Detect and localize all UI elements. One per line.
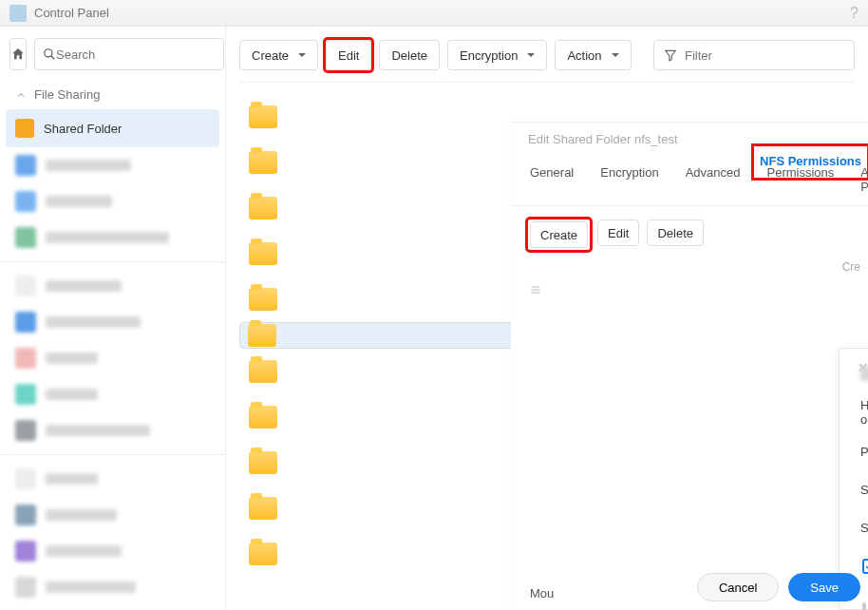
- app-icon: [9, 5, 27, 22]
- folder-icon: [249, 197, 277, 219]
- folder-icon: [249, 242, 277, 265]
- home-button[interactable]: [9, 38, 27, 70]
- edit-panel: Edit Shared Folder nfs_test General Encr…: [511, 122, 868, 610]
- section-header[interactable]: File Sharing: [0, 80, 225, 109]
- shared-folder-icon: [15, 119, 34, 138]
- chevron-up-icon: [15, 89, 27, 101]
- sidebar-item-blur[interactable]: [0, 183, 225, 219]
- folder-icon: [249, 105, 277, 128]
- mount-label: Mou: [530, 586, 554, 600]
- search-input[interactable]: [56, 48, 216, 62]
- tab-general[interactable]: General: [528, 156, 576, 205]
- tabs: General Encryption Advanced Permissions …: [511, 156, 868, 206]
- highlight-nfs-tab: NFS Permissions: [751, 154, 868, 168]
- sidebar-item-shared-folder[interactable]: Shared Folder: [6, 109, 219, 147]
- app-title: Control Panel: [34, 6, 109, 20]
- folder-icon: [249, 151, 277, 174]
- checkbox-nonpriv[interactable]: [862, 602, 866, 611]
- cre-hint: Cre: [842, 260, 860, 274]
- folder-icon: [249, 451, 277, 474]
- content-area: Create Edit Delete Encryption Action: [226, 27, 868, 610]
- tab-advanced[interactable]: Advanced: [684, 156, 743, 205]
- edit-button[interactable]: Edit: [326, 40, 371, 70]
- cancel-button[interactable]: Cancel: [697, 573, 779, 601]
- nfs-create-button[interactable]: Create: [530, 221, 588, 248]
- tab-encryption[interactable]: Encryption: [598, 156, 660, 205]
- svg-marker-2: [666, 50, 676, 61]
- action-button[interactable]: Action: [555, 40, 631, 70]
- sidebar-item-label: Shared Folder: [44, 122, 122, 136]
- highlight-edit: Edit: [326, 40, 371, 70]
- folder-icon: [249, 543, 277, 565]
- encryption-button[interactable]: Encryption: [447, 40, 547, 70]
- search-icon: [43, 48, 56, 61]
- checkbox-async[interactable]: [862, 559, 868, 574]
- folder-icon: [248, 324, 276, 347]
- sidebar-item-blur[interactable]: [0, 533, 225, 569]
- nfs-rule-modal: × Hostname or IP: i Privilege: Read/Writ…: [839, 348, 868, 610]
- save-button[interactable]: Save: [788, 573, 860, 601]
- titlebar: Control Panel ?: [0, 0, 868, 27]
- drag-handle-icon[interactable]: [530, 284, 549, 295]
- label-squash: Squash:: [860, 483, 868, 497]
- filter-icon: [664, 48, 677, 62]
- tab-nfs-permissions[interactable]: NFS Permissions: [760, 154, 861, 168]
- svg-point-0: [45, 49, 52, 57]
- sidebar: File Sharing Shared Folder: [0, 27, 226, 610]
- svg-line-1: [51, 56, 55, 60]
- nfs-delete-button[interactable]: Delete: [647, 219, 704, 246]
- folder-icon: [249, 406, 277, 429]
- sidebar-item-blur[interactable]: [0, 304, 225, 340]
- panel-toolbar: Create Edit Delete: [511, 206, 868, 254]
- label-security: Security:: [860, 521, 868, 535]
- create-button[interactable]: Create: [239, 40, 318, 70]
- folder-icon: [249, 497, 277, 520]
- sidebar-item-blur[interactable]: [0, 497, 225, 533]
- help-icon[interactable]: ?: [850, 5, 859, 22]
- section-label: File Sharing: [34, 87, 100, 102]
- filter-input[interactable]: [685, 48, 844, 63]
- nfs-edit-button[interactable]: Edit: [597, 219, 639, 246]
- sidebar-item-blur[interactable]: [0, 340, 225, 376]
- modal-title-blur: [860, 366, 868, 381]
- label-hostname: Hostname or IP:: [860, 398, 868, 427]
- label-privilege: Privilege:: [860, 445, 868, 459]
- folder-icon: [249, 288, 277, 311]
- sidebar-item-blur[interactable]: [0, 569, 225, 605]
- sidebar-item-blur[interactable]: [0, 461, 225, 497]
- main-toolbar: Create Edit Delete Encryption Action: [239, 40, 855, 70]
- sidebar-item-blur[interactable]: [0, 376, 225, 412]
- filter-input-wrap[interactable]: [653, 40, 855, 70]
- sidebar-item-blur[interactable]: [0, 412, 225, 448]
- sidebar-item-blur[interactable]: [0, 219, 225, 256]
- delete-button[interactable]: Delete: [379, 40, 440, 70]
- search-input-wrap[interactable]: [34, 38, 224, 70]
- sidebar-item-blur[interactable]: [0, 268, 225, 304]
- highlight-create: Create: [528, 219, 590, 250]
- folder-icon: [249, 360, 277, 383]
- sidebar-item-blur[interactable]: [0, 147, 225, 183]
